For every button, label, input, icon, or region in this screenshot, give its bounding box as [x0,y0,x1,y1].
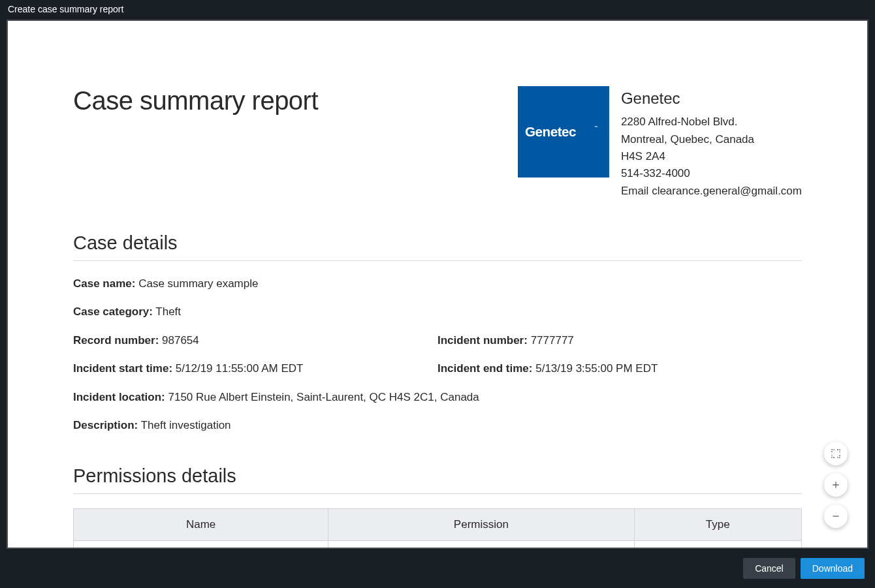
case-details-heading: Case details [73,232,802,254]
permissions-table: Name Permission Type xxxxxx xxxxxx@genet… [73,508,802,548]
record-number-value: 987654 [162,334,199,347]
incident-location-value: 7150 Rue Albert Einstein, Saint-Laurent,… [168,391,479,403]
page-scroll-area[interactable]: Case summary report Genetec ™ Genetec 22… [8,21,867,548]
incident-number-value: 7777777 [531,334,574,347]
zoom-in-button[interactable] [824,473,848,497]
company-block: Genetec ™ Genetec 2280 Alfred-Nobel Blvd… [518,86,802,200]
record-number-label: Record number: [73,334,159,347]
dialog-title: Create case summary report [0,0,875,20]
company-address-line2: Montreal, Quebec, Canada [621,131,802,148]
download-button[interactable]: Download [801,558,865,579]
divider [73,493,802,494]
company-logo: Genetec ™ [518,86,609,178]
svg-text:Genetec: Genetec [525,124,576,139]
svg-text:™: ™ [594,125,597,129]
divider [73,260,802,261]
description-value: Theft investigation [141,419,231,431]
dialog-footer: Cancel Download [0,549,875,588]
report-viewer: Case summary report Genetec ™ Genetec 22… [7,20,868,549]
company-phone: 514-332-4000 [621,165,802,182]
viewer-controls [824,442,848,528]
zoom-out-button[interactable] [824,504,848,528]
company-name: Genetec [621,86,802,110]
cancel-button[interactable]: Cancel [743,558,795,579]
fit-to-page-button[interactable] [824,442,848,465]
incident-start-label: Incident start time: [73,362,172,375]
case-name-label: Case name: [73,277,135,290]
incident-location-label: Incident location: [73,391,165,403]
report-title: Case summary report [73,86,318,116]
incident-end-value: 5/13/19 3:55:00 PM EDT [535,362,658,375]
perm-header-permission: Permission [328,508,634,540]
report-page: Case summary report Genetec ™ Genetec 22… [8,21,867,548]
company-email: Email clearance.general@gmail.com [621,183,802,200]
incident-end-label: Incident end time: [438,362,532,375]
description-label: Description: [73,419,138,431]
perm-header-name: Name [74,508,328,540]
permissions-heading: Permissions details [73,465,802,487]
company-address-line1: 2280 Alfred-Nobel Blvd. [621,114,802,131]
table-row: xxxxxx xxxxxx@genetec.com Write, Read, M… [74,540,802,548]
fit-icon [831,448,841,459]
case-category-value: Theft [155,305,181,318]
company-postal: H4S 2A4 [621,148,802,165]
case-category-label: Case category: [73,305,153,318]
perm-type-value: Regular user [634,540,801,548]
incident-start-value: 5/12/19 11:55:00 AM EDT [176,362,304,375]
perm-permission-value: Write, Read, Modify, Download [328,540,634,548]
case-details: Case name: Case summary example Case cat… [73,275,802,434]
plus-icon [831,480,841,490]
case-name-value: Case summary example [138,277,258,290]
incident-number-label: Incident number: [438,334,528,347]
minus-icon [831,511,841,521]
perm-header-type: Type [634,508,801,540]
